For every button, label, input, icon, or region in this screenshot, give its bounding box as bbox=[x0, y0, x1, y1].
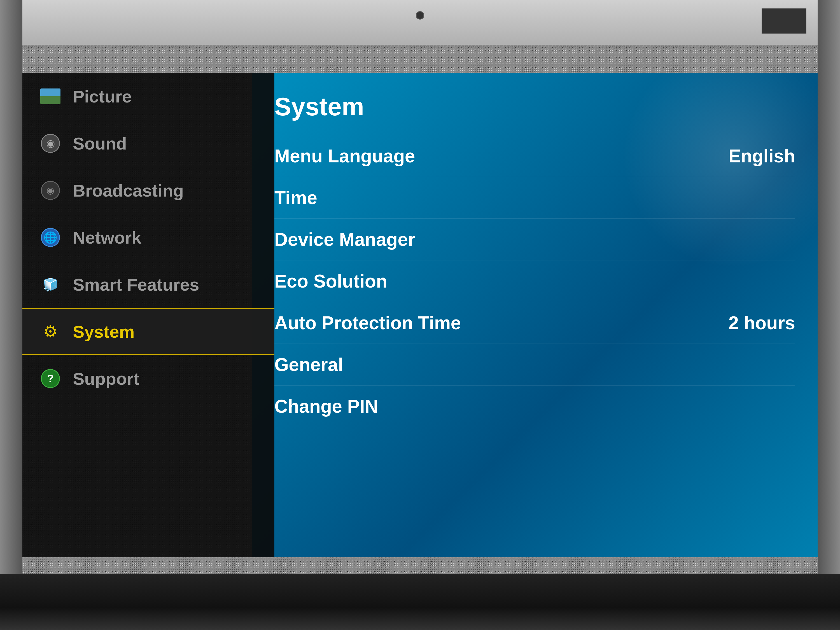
menu-item-auto-protection-time[interactable]: Auto Protection Time 2 hours bbox=[275, 302, 795, 344]
menu-item-change-pin[interactable]: Change PIN bbox=[275, 385, 795, 427]
sidebar-item-picture[interactable]: Picture bbox=[22, 73, 275, 120]
network-icon-container: 🌐 bbox=[39, 226, 62, 249]
main-panel: System Menu Language English Time Device… bbox=[252, 73, 818, 557]
left-bezel bbox=[0, 0, 22, 630]
top-right-element bbox=[762, 8, 807, 33]
top-bezel bbox=[0, 0, 840, 45]
sidebar-item-label: Sound bbox=[73, 134, 127, 153]
menu-item-time[interactable]: Time bbox=[275, 177, 795, 219]
camera-dot bbox=[416, 11, 424, 20]
sidebar-item-label: Picture bbox=[73, 87, 132, 106]
panel-title: System bbox=[275, 92, 795, 121]
menu-item-label: Menu Language bbox=[275, 145, 415, 167]
menu-item-label: Device Manager bbox=[275, 229, 415, 250]
sidebar-item-broadcasting[interactable]: ◉ Broadcasting bbox=[22, 167, 275, 214]
smart-features-icon-container: 🧊 bbox=[39, 273, 62, 296]
menu-item-label: Change PIN bbox=[275, 396, 378, 417]
network-icon: 🌐 bbox=[41, 228, 60, 247]
menu-item-label: Time bbox=[275, 187, 317, 208]
sound-icon: ◉ bbox=[41, 134, 60, 153]
menu-item-label: General bbox=[275, 354, 343, 375]
menu-item-menu-language[interactable]: Menu Language English bbox=[275, 135, 795, 177]
menu-item-general[interactable]: General bbox=[275, 344, 795, 385]
sidebar-item-label: Smart Features bbox=[73, 275, 199, 295]
broadcasting-icon-container: ◉ bbox=[39, 179, 62, 202]
sidebar-item-label: Network bbox=[73, 227, 141, 248]
sidebar-item-system[interactable]: ⚙ System bbox=[22, 308, 275, 355]
picture-icon-graphic bbox=[40, 88, 60, 104]
sidebar-item-label: Support bbox=[73, 369, 139, 388]
smart-features-icon: 🧊 bbox=[41, 275, 60, 294]
broadcasting-icon: ◉ bbox=[41, 181, 60, 200]
menu-item-label: Auto Protection Time bbox=[275, 312, 461, 333]
menu-item-label: Eco Solution bbox=[275, 270, 387, 292]
sidebar: Picture ◉ Sound ◉ Broadcasting 🌐 Network bbox=[22, 73, 275, 557]
support-icon: ? bbox=[41, 369, 60, 388]
sidebar-item-label: System bbox=[73, 322, 135, 342]
sidebar-item-label: Broadcasting bbox=[73, 181, 184, 201]
menu-item-value: English bbox=[729, 145, 795, 167]
bottom-bezel bbox=[0, 574, 840, 630]
right-bezel bbox=[818, 0, 840, 630]
support-icon-container: ? bbox=[39, 367, 62, 390]
menu-item-eco-solution[interactable]: Eco Solution bbox=[275, 261, 795, 302]
system-icon: ⚙ bbox=[40, 321, 60, 342]
system-icon-container: ⚙ bbox=[39, 321, 62, 343]
sidebar-item-sound[interactable]: ◉ Sound bbox=[22, 120, 275, 167]
sidebar-item-network[interactable]: 🌐 Network bbox=[22, 214, 275, 261]
menu-item-value: 2 hours bbox=[729, 312, 795, 333]
picture-icon bbox=[39, 85, 62, 107]
menu-items-list: Menu Language English Time Device Manage… bbox=[275, 135, 795, 427]
sidebar-item-support[interactable]: ? Support bbox=[22, 355, 275, 402]
menu-item-device-manager[interactable]: Device Manager bbox=[275, 219, 795, 261]
sound-icon-container: ◉ bbox=[39, 132, 62, 155]
sidebar-item-smart-features[interactable]: 🧊 Smart Features bbox=[22, 261, 275, 308]
tv-screen: Picture ◉ Sound ◉ Broadcasting 🌐 Network bbox=[22, 45, 818, 574]
